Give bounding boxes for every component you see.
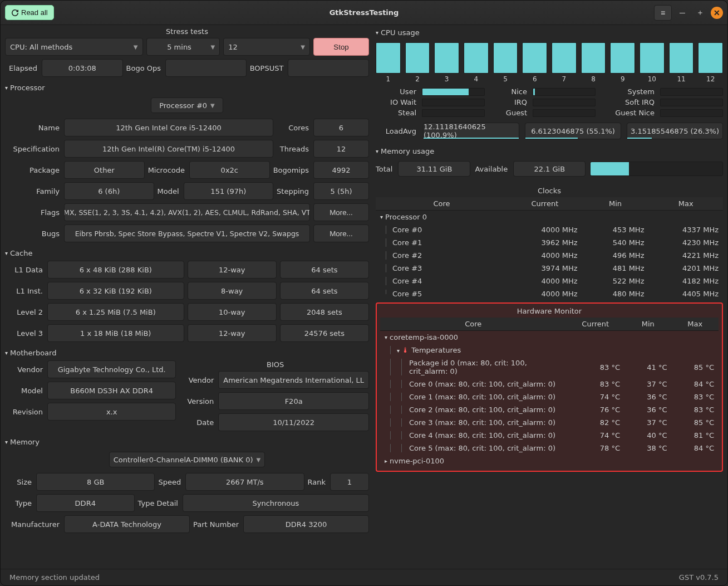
hw-col-max[interactable]: Max	[672, 318, 719, 331]
cache-sets: 24576 sets	[280, 324, 369, 342]
clocks-col-current[interactable]: Current	[508, 197, 582, 211]
table-row[interactable]: ▾ coretemp-isa-0000	[380, 331, 719, 344]
loadavg-5: 6.6123046875 (55.1%)	[525, 123, 621, 139]
table-row[interactable]: Core #0 4000 MHz 453 MHz 4337 MHz	[376, 223, 723, 236]
proc-microcode-value: 0x2c	[189, 161, 270, 179]
cpu-bar-label: 11	[669, 75, 694, 83]
clocks-max: 4182 MHz	[648, 275, 723, 287]
elapsed-label: Elapsed	[5, 64, 38, 72]
app-title: GtkStressTesting	[0, 8, 728, 17]
clocks-col-min[interactable]: Min	[582, 197, 649, 211]
table-row[interactable]: ▸ nvme-pci-0100	[380, 455, 719, 467]
bugs-more-button[interactable]: More...	[313, 224, 369, 242]
table-row[interactable]: Core 1 (max: 80, crit: 100, crit_alarm: …	[380, 390, 719, 403]
bios-date-value: 10/11/2022	[218, 413, 369, 431]
clocks-core: Core #4	[380, 277, 503, 285]
memory-selector-dropdown[interactable]: Controller0-ChannelA-DIMM0 (BANK 0)▼	[109, 452, 265, 467]
mobo-revision-label: Revision	[5, 408, 44, 416]
hw-sensor-name: Core 3 (max: 80, crit: 100, crit_alarm: …	[385, 418, 562, 427]
table-row[interactable]: ▾ Processor 0	[376, 211, 723, 224]
clocks-min: 496 MHz	[582, 249, 649, 262]
cache-sets: 64 sets	[280, 261, 369, 279]
stress-method-dropdown[interactable]: CPU: All methods▼	[5, 38, 143, 56]
mem-total-value: 31.11 GiB	[398, 161, 470, 177]
cache-assoc: 12-way	[188, 261, 277, 279]
mem-rank-value: 1	[330, 473, 369, 491]
read-all-label: Read all	[21, 8, 48, 17]
hw-col-current[interactable]: Current	[566, 318, 624, 331]
cache-assoc: 12-way	[188, 324, 277, 342]
cpu-bar	[698, 42, 723, 74]
steal-gauge	[422, 109, 485, 117]
proc-spec-label: Specification	[5, 145, 61, 153]
cache-size: 1 x 18 MiB (18 MiB)	[47, 324, 184, 342]
table-row[interactable]: Core 2 (max: 80, crit: 100, crit_alarm: …	[380, 403, 719, 416]
stress-duration-dropdown[interactable]: 5 mins▼	[146, 38, 220, 56]
nice-gauge	[533, 88, 596, 96]
clocks-group: Processor 0	[385, 213, 427, 221]
hw-sensor-name: Package id 0 (max: 80, crit: 100, crit_a…	[385, 359, 562, 375]
proc-family-value: 6 (6h)	[64, 182, 154, 200]
stop-button[interactable]: Stop	[313, 38, 369, 56]
table-row[interactable]: ▾ 🌡Temperatures	[380, 344, 719, 357]
mobo-vendor-label: Vendor	[5, 365, 44, 374]
clocks-cur: 4000 MHz	[508, 223, 582, 236]
mem-typedetail-value: Synchronous	[183, 494, 369, 512]
mem-speed-label: Speed	[158, 478, 182, 486]
chevron-down-icon: ▾	[376, 30, 378, 36]
bios-vendor-value: American Megatrends International, LL	[218, 371, 369, 389]
iowait-gauge	[422, 99, 485, 106]
cpuusage-section-toggle[interactable]: ▾CPU usage	[376, 25, 723, 40]
user-gauge	[422, 88, 485, 96]
table-row[interactable]: Package id 0 (max: 80, crit: 100, crit_a…	[380, 357, 719, 378]
iowait-label: IO Wait	[376, 98, 417, 106]
table-row[interactable]: Core #5 4000 MHz 480 MHz 4405 MHz	[376, 287, 723, 300]
loadavg-15: 3.15185546875 (26.3%)	[627, 123, 723, 139]
table-row[interactable]: Core #1 3962 MHz 540 MHz 4230 MHz	[376, 236, 723, 249]
hamburger-menu-button[interactable]: ≡	[654, 5, 672, 21]
minimize-button[interactable]: ─	[675, 5, 690, 21]
read-all-button[interactable]: Read all	[5, 5, 54, 20]
maximize-button[interactable]: ＋	[693, 5, 707, 21]
stress-workers-dropdown[interactable]: 12▼	[223, 38, 310, 56]
table-row[interactable]: Core 0 (max: 80, crit: 100, crit_alarm: …	[380, 378, 719, 390]
cpu-bar-label: 4	[464, 75, 489, 83]
clocks-col-max[interactable]: Max	[648, 197, 723, 211]
clocks-cur: 4000 MHz	[508, 287, 582, 300]
mem-rank-label: Rank	[308, 478, 327, 486]
processor-section-toggle[interactable]: ▾Processor	[5, 80, 369, 95]
cache-label: Level 3	[5, 329, 44, 338]
memusage-section-toggle[interactable]: ▾Memory usage	[376, 144, 723, 159]
hw-col-min[interactable]: Min	[624, 318, 671, 331]
cache-size: 6 x 32 KiB (192 KiB)	[47, 282, 184, 300]
chevron-down-icon: ▾	[380, 214, 383, 220]
table-row[interactable]: Core #4 4000 MHz 522 MHz 4182 MHz	[376, 275, 723, 287]
table-row[interactable]: Core 4 (max: 80, crit: 100, crit_alarm: …	[380, 429, 719, 442]
bios-version-label: Version	[181, 397, 215, 406]
table-row[interactable]: Core #3 3974 MHz 481 MHz 4201 MHz	[376, 262, 723, 275]
table-row[interactable]: Core #2 4000 MHz 496 MHz 4221 MHz	[376, 249, 723, 262]
clocks-col-core[interactable]: Core	[376, 197, 508, 211]
cpu-bar-label: 8	[581, 75, 606, 83]
mobo-section-toggle[interactable]: ▾Motherboard	[5, 345, 369, 360]
bogoops-value	[165, 59, 247, 77]
cache-size: 6 x 48 KiB (288 KiB)	[47, 261, 184, 279]
proc-package-label: Package	[5, 166, 61, 174]
memory-section-toggle[interactable]: ▾Memory	[5, 434, 369, 450]
flags-more-button[interactable]: More...	[313, 203, 369, 221]
table-row[interactable]: Core 3 (max: 80, crit: 100, crit_alarm: …	[380, 416, 719, 429]
proc-package-value: Other	[64, 161, 145, 179]
cache-section-toggle[interactable]: ▾Cache	[5, 246, 369, 261]
hw-max: 83 °C	[672, 403, 719, 416]
hw-col-core[interactable]: Core	[380, 318, 566, 331]
elapsed-value: 0:03:08	[42, 59, 123, 77]
cache-sets: 64 sets	[280, 282, 369, 300]
proc-spec-value: 12th Gen Intel(R) Core(TM) i5-12400	[64, 140, 273, 158]
chevron-down-icon: ▾	[5, 250, 8, 256]
guestnice-label: Guest Nice	[600, 109, 656, 117]
close-button[interactable]: ✕	[711, 7, 723, 19]
table-row[interactable]: Core 5 (max: 80, crit: 100, crit_alarm: …	[380, 442, 719, 455]
hw-cur: 74 °C	[566, 429, 624, 442]
bopsust-label: BOPSUST	[250, 64, 285, 72]
processor-selector-dropdown[interactable]: Processor #0▼	[151, 97, 223, 113]
